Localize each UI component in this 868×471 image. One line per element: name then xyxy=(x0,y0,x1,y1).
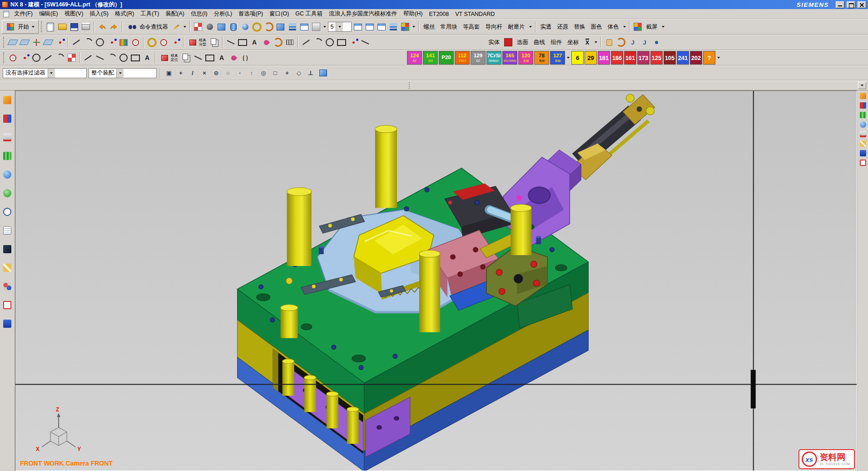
select-face-button[interactable]: 选面 xyxy=(515,37,531,48)
angle-line-button[interactable] xyxy=(94,52,105,63)
sketch-rect-button[interactable] xyxy=(204,52,215,63)
parentheses-button[interactable] xyxy=(240,52,251,63)
right-dock-part-icon[interactable] xyxy=(860,131,866,137)
menu-item-information[interactable]: 信息(I) xyxy=(188,9,211,19)
cylinder-feature-button[interactable] xyxy=(228,21,239,32)
sketch-line-button[interactable] xyxy=(193,52,203,63)
right-dock-materials-icon[interactable] xyxy=(860,160,866,166)
arc-button[interactable] xyxy=(83,37,94,48)
material-color-button-45[interactable]: 14145# xyxy=(423,51,438,65)
close-button[interactable] xyxy=(858,1,866,8)
solid-select-button[interactable]: 实体 xyxy=(486,37,502,48)
color-number-button-125[interactable]: 125 xyxy=(650,51,663,65)
history-button[interactable] xyxy=(1,205,14,219)
sketch-text-button[interactable] xyxy=(216,52,227,63)
snap-normal-button[interactable] xyxy=(306,68,316,78)
title-bar[interactable]: NX 8 - 建模 - [SW1469-ALL.prt （修改的）] SIEME… xyxy=(0,0,868,9)
window-split-button[interactable] xyxy=(376,21,387,32)
snap-target-button[interactable] xyxy=(130,37,141,48)
templates-button[interactable] xyxy=(1,317,14,331)
minimize-button[interactable] xyxy=(836,1,844,8)
circle-tool-button[interactable] xyxy=(118,52,129,63)
selection-scope-icon[interactable] xyxy=(317,68,328,79)
window-tile-button[interactable] xyxy=(364,21,375,32)
menu-item-assembly[interactable]: 装配(A) xyxy=(162,9,188,19)
menu-item-analysis[interactable]: 分析(L) xyxy=(211,9,235,19)
color-palette-button[interactable] xyxy=(400,21,411,32)
color-number-button-202[interactable]: 202 xyxy=(690,51,702,65)
chevron-down-icon[interactable] xyxy=(662,26,665,28)
datum-plane-button[interactable] xyxy=(7,37,18,48)
face-color-button[interactable]: 面色 xyxy=(589,22,605,32)
menu-item-format[interactable]: 格式(R) xyxy=(112,9,137,19)
material-color-button-78[interactable]: 78角铁 xyxy=(534,51,549,65)
point-set-button[interactable] xyxy=(106,37,117,48)
arc-tool-button[interactable] xyxy=(106,52,117,63)
chamfer-button[interactable] xyxy=(301,37,312,48)
selection-scope-combo[interactable]: 整个装配 xyxy=(89,68,157,78)
screenshot-button[interactable]: 截屏 xyxy=(644,22,660,32)
chevron-down-icon[interactable] xyxy=(412,26,415,28)
combo-dropdown-button[interactable] xyxy=(48,69,55,78)
menu-item-et2008[interactable]: ET2008 xyxy=(426,10,452,18)
snap-point-button[interactable] xyxy=(164,68,174,78)
rect-tool-button[interactable] xyxy=(130,52,141,63)
trim-button[interactable] xyxy=(360,37,371,48)
reuse-library-button[interactable] xyxy=(1,149,14,163)
open-file-button[interactable] xyxy=(57,21,68,32)
std-guide-pin-button[interactable]: 导向杆 xyxy=(483,22,505,32)
snap-midpoint-button[interactable] xyxy=(188,68,198,78)
chevron-down-icon[interactable] xyxy=(623,26,626,28)
right-dock-templates-icon[interactable] xyxy=(860,150,866,156)
constraint-navigator-button[interactable] xyxy=(1,112,14,125)
command-finder-button[interactable]: 命令查找器 xyxy=(125,20,170,33)
snap-face-button[interactable] xyxy=(270,68,280,78)
mid-point-snap-button[interactable] xyxy=(19,52,30,63)
move-object-button[interactable] xyxy=(604,37,615,48)
std-common-block-button[interactable]: 常用块 xyxy=(438,22,460,32)
point-button[interactable] xyxy=(55,37,65,48)
material-color-button-120[interactable]: 120黄铜 xyxy=(518,51,533,65)
layer-settings-button[interactable] xyxy=(287,21,298,32)
snap-bounded-button[interactable] xyxy=(258,68,268,78)
journal-edit-button[interactable] xyxy=(639,37,650,48)
color-number-button-181[interactable]: 181 xyxy=(598,51,610,65)
copy-object-button[interactable] xyxy=(181,52,192,63)
assembly-navigator-button[interactable] xyxy=(1,93,14,107)
material-color-button-d2[interactable]: 129D2 xyxy=(471,51,486,65)
std-screw-button[interactable]: 螺丝 xyxy=(422,22,437,32)
chevron-down-icon[interactable] xyxy=(717,57,720,59)
combo-dropdown-button[interactable] xyxy=(336,22,343,31)
copy-face-button[interactable] xyxy=(209,37,220,48)
line-button[interactable] xyxy=(71,37,82,48)
line-tool-button[interactable] xyxy=(225,37,236,48)
pocket-button[interactable] xyxy=(336,37,347,48)
color-number-button-173[interactable]: 173 xyxy=(637,51,650,65)
system-scenes-button[interactable] xyxy=(1,280,14,293)
select-csys-button[interactable]: 坐标 xyxy=(565,37,581,48)
graphics-window[interactable]: Z X Y FRONT WORK Camera FRONT xs 资料网 ZL.… xyxy=(15,90,857,471)
shape-tool-button[interactable] xyxy=(261,37,272,48)
block-feature-button[interactable] xyxy=(216,21,227,32)
std-wear-plate-button[interactable]: 耐磨片 xyxy=(506,22,527,32)
window-cascade-button[interactable] xyxy=(352,21,363,32)
material-color-button-7crsi[interactable]: 7CrSiMnMoV xyxy=(486,51,501,65)
menu-item-file[interactable]: 文件(F) xyxy=(11,9,36,19)
chevron-down-icon[interactable] xyxy=(529,26,532,28)
material-color-button-165[interactable]: 16540CrNiMo xyxy=(502,51,517,65)
combo-dropdown-button[interactable] xyxy=(116,69,124,78)
toolbar-grip[interactable] xyxy=(41,21,43,32)
manufacturing-wizard-button[interactable] xyxy=(1,242,14,256)
mold-position-button[interactable]: 模具定位 xyxy=(158,52,180,64)
snap-quadrant-button[interactable] xyxy=(223,68,233,78)
print-button[interactable] xyxy=(80,21,91,32)
sketch-shape-button[interactable] xyxy=(228,52,239,63)
right-dock-web-icon[interactable] xyxy=(860,121,866,128)
menu-item-window[interactable]: 窗口(O) xyxy=(266,9,292,19)
datum-csys-button[interactable] xyxy=(31,37,42,48)
select-component-button[interactable]: 组件 xyxy=(548,37,564,48)
quadrant-snap-button[interactable] xyxy=(55,52,65,63)
snap-endpoint-button[interactable] xyxy=(176,68,186,78)
selection-filter-combo[interactable]: 没有选择过滤器 xyxy=(3,68,87,78)
menu-item-tools[interactable]: 工具(T) xyxy=(137,9,162,19)
